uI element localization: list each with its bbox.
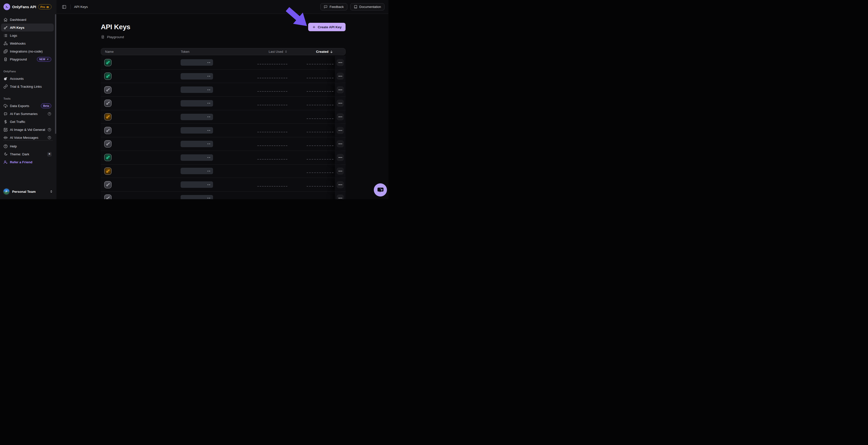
column-header-name: Name — [101, 50, 181, 54]
cell-created — [307, 184, 335, 185]
section-title: OnlyFans — [1, 70, 54, 73]
topbar-actions: Feedback Documentation — [320, 3, 384, 10]
cell-name — [101, 113, 181, 120]
playground-link[interactable]: Playground — [101, 35, 130, 39]
cell-created — [307, 117, 335, 117]
cell-last-used — [257, 76, 289, 77]
sidebar-scrollbar[interactable] — [55, 14, 56, 134]
image-plus-icon — [3, 128, 8, 132]
sidebar-item-playground[interactable]: Playground NEW — [1, 55, 54, 63]
api-key-icon — [104, 72, 112, 80]
row-menu-button[interactable] — [337, 113, 344, 120]
sidebar-item-dashboard[interactable]: Dashboard — [1, 16, 54, 24]
cell-token — [181, 127, 250, 134]
console-icon — [101, 35, 105, 39]
webhook-icon — [3, 41, 8, 46]
redacted-token — [181, 59, 213, 66]
sidebar-item-integrations-no-code[interactable]: Integrations (no-code) — [1, 47, 54, 55]
feedback-chat-icon — [324, 5, 328, 9]
create-api-key-button[interactable]: Create API Key — [308, 23, 346, 31]
list-icon — [3, 33, 8, 38]
column-header-created[interactable]: Created — [316, 50, 335, 54]
row-menu-button[interactable] — [337, 181, 344, 188]
cell-last-used — [257, 184, 289, 185]
redacted-last-used — [257, 159, 287, 159]
sidebar-toggle-icon[interactable] — [60, 3, 68, 11]
sidebar-item-data-exports[interactable]: Data Exports Beta — [1, 102, 54, 110]
sidebar-item-refer-a-friend[interactable]: Refer a Friend — [1, 158, 54, 166]
api-key-icon — [104, 59, 112, 66]
table-row-10 — [101, 178, 346, 191]
redacted-created — [307, 105, 334, 105]
team-switcher[interactable]: P Personal Team — [2, 186, 55, 197]
brand: OnlyFans API Pro — [0, 0, 57, 12]
sidebar-item-logs[interactable]: Logs — [1, 31, 54, 39]
table-row-4 — [101, 96, 346, 110]
cell-name — [101, 59, 181, 66]
cell-name — [101, 72, 181, 80]
help-circle-icon[interactable] — [48, 136, 51, 140]
feedback-button[interactable]: Feedback — [320, 3, 347, 10]
sidebar-item-get-traffic[interactable]: Get Traffic — [1, 118, 54, 126]
cell-created — [307, 157, 335, 158]
token-ellipsis — [208, 62, 210, 63]
chat-widget-button[interactable] — [374, 183, 387, 197]
sidebar-item-ai-fan-summaries[interactable]: AI Fan Summaries — [1, 110, 54, 118]
cell-token — [181, 181, 250, 188]
redacted-last-used — [257, 91, 287, 92]
table-row-1 — [101, 56, 346, 69]
row-menu-button[interactable] — [337, 72, 344, 80]
book-icon — [354, 5, 358, 9]
token-ellipsis — [208, 103, 210, 103]
sort-chevrons-icon — [284, 50, 288, 53]
help-circle-icon[interactable] — [48, 128, 51, 131]
row-menu-button[interactable] — [337, 140, 344, 147]
user-plus-icon — [3, 160, 8, 164]
sidebar-item-accounts[interactable]: Accounts — [1, 75, 54, 83]
cell-actions — [335, 70, 346, 83]
row-menu-button[interactable] — [337, 127, 344, 134]
cell-token — [181, 168, 250, 174]
row-menu-button[interactable] — [337, 99, 344, 107]
redacted-token — [181, 154, 213, 161]
table-row-7 — [101, 137, 346, 151]
row-menu-button[interactable] — [337, 168, 344, 175]
sidebar-item-label: Accounts — [10, 77, 51, 81]
sidebar-item-label: AI Image & Vid Generation — [10, 128, 45, 131]
sidebar-item-api-keys[interactable]: API Keys — [1, 24, 54, 31]
topbar: API Keys Feedback Documentation — [57, 0, 389, 14]
help-circle-icon[interactable] — [48, 112, 51, 116]
cell-actions — [335, 124, 346, 137]
sidebar-item-webhooks[interactable]: Webhooks — [1, 39, 54, 47]
cell-created — [307, 171, 335, 171]
token-ellipsis — [208, 184, 210, 185]
bot-chat-icon — [3, 112, 8, 116]
sidebar-item-help[interactable]: Help — [1, 142, 54, 150]
cell-last-used — [257, 62, 289, 63]
cell-actions — [335, 151, 346, 164]
sidebar-item-ai-image-vid-generation[interactable]: AI Image & Vid Generation — [1, 126, 54, 134]
section-title: Tools — [1, 97, 54, 100]
cell-token — [181, 154, 250, 161]
cell-token — [181, 59, 250, 66]
sidebar-item-theme-dark[interactable]: Theme: Dark M — [1, 150, 54, 158]
row-menu-button[interactable] — [337, 59, 344, 66]
api-key-icon — [104, 195, 112, 199]
documentation-button[interactable]: Documentation — [350, 3, 384, 10]
redacted-last-used — [257, 186, 287, 186]
row-menu-button[interactable] — [337, 154, 344, 161]
row-menu-button[interactable] — [337, 195, 344, 199]
token-ellipsis — [208, 130, 210, 131]
redacted-created — [307, 159, 334, 159]
redacted-token — [181, 87, 213, 93]
row-menu-button[interactable] — [337, 86, 344, 93]
token-ellipsis — [208, 89, 210, 90]
sidebar-item-trial-tracking-links[interactable]: Trial & Tracking Links — [1, 83, 54, 90]
sidebar-item-ai-voice-messages[interactable]: AI Voice Messages — [1, 134, 54, 141]
api-key-icon — [104, 154, 112, 161]
sparkle-icon — [46, 58, 49, 61]
cell-actions — [335, 178, 346, 191]
sidebar-item-label: Refer a Friend — [10, 160, 52, 164]
page-head: API Keys Playground — [101, 23, 130, 39]
column-header-last-used[interactable]: Last Used — [269, 50, 289, 54]
